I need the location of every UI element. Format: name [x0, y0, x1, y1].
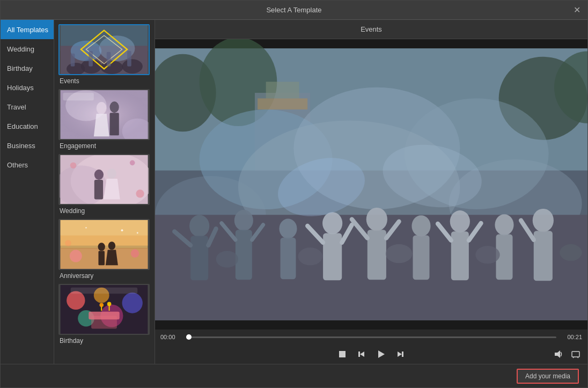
svg-rect-117	[339, 351, 346, 357]
stop-button[interactable]	[336, 348, 349, 361]
sidebar-item-travel[interactable]: Travel	[1, 97, 54, 116]
timeline-track[interactable]	[186, 336, 556, 338]
time-current: 00:00	[160, 334, 182, 340]
svg-rect-14	[127, 51, 131, 67]
svg-point-48	[121, 229, 123, 231]
svg-rect-23	[63, 93, 93, 100]
template-label-events: Events	[58, 77, 150, 85]
svg-point-19	[110, 101, 119, 113]
right-controls	[552, 348, 582, 361]
svg-point-60	[99, 303, 104, 308]
template-item-anniversary[interactable]: Anniversary	[58, 219, 150, 280]
sidebar-item-holidays[interactable]: Holidays	[1, 78, 54, 97]
svg-marker-120	[378, 350, 385, 358]
preview-video	[155, 39, 587, 330]
template-list[interactable]: Events	[54, 20, 155, 364]
timeline-position-indicator	[186, 334, 192, 340]
title-bar: Select A Template ✕	[1, 1, 587, 20]
svg-point-52	[67, 291, 85, 309]
svg-point-28	[94, 170, 104, 180]
fullscreen-button[interactable]	[569, 348, 582, 361]
svg-marker-123	[555, 350, 560, 358]
svg-rect-38	[61, 220, 148, 236]
add-media-button[interactable]: Add your media	[517, 369, 579, 384]
step-back-button[interactable]	[355, 348, 368, 361]
svg-point-34	[130, 160, 135, 166]
svg-point-45	[70, 250, 82, 262]
svg-marker-119	[360, 352, 364, 357]
svg-point-54	[122, 292, 143, 313]
svg-point-46	[131, 250, 139, 258]
svg-rect-63	[71, 288, 138, 294]
sidebar-item-others[interactable]: Others	[1, 155, 54, 174]
template-item-birthday[interactable]: Birthday	[58, 284, 150, 345]
sidebar-item-education[interactable]: Education	[1, 116, 54, 136]
sidebar-item-business[interactable]: Business	[1, 136, 54, 155]
svg-rect-121	[402, 352, 403, 357]
template-label-birthday: Birthday	[58, 337, 150, 345]
svg-rect-12	[89, 51, 93, 67]
template-item-wedding[interactable]: Wedding	[58, 154, 150, 215]
svg-point-49	[85, 227, 87, 229]
preview-header: Events	[155, 20, 587, 39]
svg-point-62	[107, 302, 112, 306]
close-button[interactable]: ✕	[571, 5, 582, 16]
template-thumb-engagement	[58, 89, 150, 140]
svg-rect-20	[110, 113, 119, 135]
svg-point-47	[65, 240, 71, 246]
timeline-bar: 00:00 00:21	[160, 330, 582, 345]
sidebar-item-all-templates[interactable]: All Templates	[1, 20, 54, 39]
video-controls: 00:00 00:21	[155, 330, 587, 364]
svg-rect-13	[107, 52, 111, 67]
dialog-title: Select A Template	[266, 6, 321, 14]
template-thumb-wedding	[58, 154, 150, 205]
select-template-dialog: Select A Template ✕ All Templates Weddin…	[0, 0, 588, 388]
main-content: All Templates Wedding Birthday Holidays …	[1, 20, 587, 364]
svg-rect-58	[89, 312, 119, 319]
svg-marker-44	[106, 250, 118, 266]
svg-rect-11	[71, 54, 75, 67]
template-thumb-events	[58, 24, 150, 75]
svg-marker-122	[398, 352, 402, 357]
volume-button[interactable]	[552, 348, 565, 361]
template-item-events[interactable]: Events	[58, 24, 150, 85]
svg-point-43	[108, 241, 115, 250]
svg-point-41	[98, 243, 105, 251]
svg-point-30	[107, 169, 116, 179]
svg-point-32	[70, 162, 76, 168]
bottom-bar: Add your media	[1, 364, 587, 387]
step-forward-button[interactable]	[394, 348, 407, 361]
svg-rect-118	[358, 352, 360, 357]
preview-title: Events	[361, 25, 382, 33]
sidebar-item-birthday[interactable]: Birthday	[1, 58, 54, 78]
template-item-engagement[interactable]: Engagement	[58, 89, 150, 150]
sidebar: All Templates Wedding Birthday Holidays …	[1, 20, 54, 364]
template-label-wedding: Wedding	[58, 207, 150, 215]
play-button[interactable]	[374, 348, 387, 361]
svg-rect-42	[98, 251, 104, 265]
sidebar-item-wedding[interactable]: Wedding	[1, 39, 54, 58]
template-thumb-birthday	[58, 284, 150, 335]
preview-area: Events	[155, 20, 587, 364]
svg-rect-114	[155, 48, 587, 320]
template-label-engagement: Engagement	[58, 142, 150, 150]
svg-point-6	[122, 59, 143, 74]
template-thumb-anniversary	[58, 219, 150, 270]
svg-point-33	[136, 189, 144, 197]
template-label-anniversary: Anniversary	[58, 272, 150, 280]
svg-rect-29	[94, 180, 103, 199]
time-total: 00:21	[561, 334, 582, 340]
svg-rect-124	[572, 352, 579, 357]
control-buttons	[160, 345, 582, 364]
svg-point-50	[137, 232, 138, 234]
